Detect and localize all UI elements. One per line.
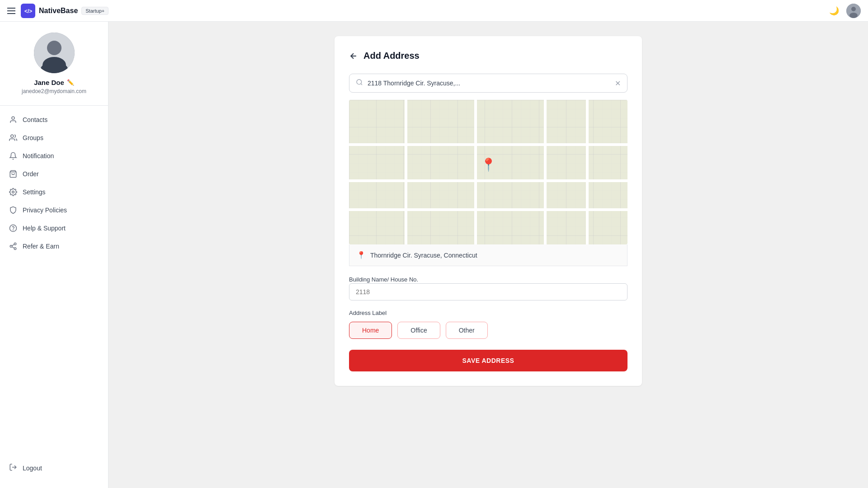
label-other-button[interactable]: Other xyxy=(446,322,488,339)
label-home-button[interactable]: Home xyxy=(349,322,392,339)
notification-label: Notification xyxy=(23,152,54,160)
svg-line-22 xyxy=(361,84,362,85)
gear-icon xyxy=(9,188,17,196)
sidebar-item-order[interactable]: Order xyxy=(4,165,104,183)
logout-label: Logout xyxy=(23,465,42,472)
search-icon xyxy=(356,79,363,88)
hamburger-button[interactable] xyxy=(7,8,15,14)
settings-label: Settings xyxy=(23,188,46,196)
main-content: Add Address ✕ xyxy=(108,22,868,488)
svg-point-8 xyxy=(12,117,14,119)
groups-label: Groups xyxy=(23,134,43,141)
address-label-title: Address Label xyxy=(349,310,627,316)
logout-button[interactable]: Logout xyxy=(4,459,104,477)
privacy-label: Privacy Policies xyxy=(23,206,67,214)
sidebar: Jane Doe ✏️ janedoe2@mydomain.com Contac… xyxy=(0,22,108,488)
person-icon xyxy=(9,116,17,124)
svg-point-14 xyxy=(14,243,16,245)
share-icon xyxy=(9,242,17,250)
help-icon xyxy=(9,224,17,232)
bell-icon xyxy=(9,152,17,160)
help-label: Help & Support xyxy=(23,225,66,232)
bag-icon xyxy=(9,170,17,178)
location-pin-icon: 📍 xyxy=(357,251,366,259)
address-label-buttons: Home Office Other xyxy=(349,322,627,339)
sidebar-item-notification[interactable]: Notification xyxy=(4,147,104,164)
location-text: Thornridge Cir. Syracuse, Connecticut xyxy=(370,252,477,259)
svg-line-18 xyxy=(12,244,14,246)
search-bar: ✕ xyxy=(349,74,627,93)
sidebar-footer: Logout xyxy=(0,459,108,477)
user-avatar[interactable] xyxy=(846,4,861,18)
map-marker: 📍 xyxy=(481,157,496,172)
svg-point-16 xyxy=(14,248,16,250)
building-label: Building Name/ House No. xyxy=(349,276,418,283)
svg-line-17 xyxy=(12,247,14,248)
brand-name: NativeBase xyxy=(39,7,78,15)
location-result[interactable]: 📍 Thornridge Cir. Syracuse, Connecticut xyxy=(349,244,627,266)
brand: </> NativeBase Startup+ xyxy=(21,4,108,18)
sidebar-item-help[interactable]: Help & Support xyxy=(4,220,104,237)
top-nav-left: </> NativeBase Startup+ xyxy=(7,4,108,18)
profile-avatar xyxy=(34,33,75,73)
svg-point-11 xyxy=(12,191,14,193)
svg-point-15 xyxy=(10,245,12,248)
dark-mode-icon[interactable]: 🌙 xyxy=(829,6,839,16)
sidebar-item-contacts[interactable]: Contacts xyxy=(4,111,104,128)
logout-icon xyxy=(9,463,17,473)
group-icon xyxy=(9,134,17,142)
refer-label: Refer & Earn xyxy=(23,243,59,250)
contacts-label: Contacts xyxy=(23,116,47,123)
svg-point-9 xyxy=(11,135,14,137)
save-address-button[interactable]: SAVE ADDRESS xyxy=(349,350,627,371)
clear-search-icon[interactable]: ✕ xyxy=(615,79,621,88)
edit-profile-icon[interactable]: ✏️ xyxy=(67,79,74,86)
page-title: Add Address xyxy=(363,51,420,61)
label-office-button[interactable]: Office xyxy=(397,322,440,339)
sidebar-item-settings[interactable]: Settings xyxy=(4,183,104,201)
svg-point-2 xyxy=(851,7,856,11)
sidebar-item-refer[interactable]: Refer & Earn xyxy=(4,238,104,255)
add-address-card: Add Address ✕ xyxy=(335,36,642,386)
page-header: Add Address xyxy=(349,51,627,61)
search-input[interactable] xyxy=(368,80,615,87)
sidebar-item-privacy[interactable]: Privacy Policies xyxy=(4,202,104,219)
layout: Jane Doe ✏️ janedoe2@mydomain.com Contac… xyxy=(0,22,868,488)
nav-items: Contacts Groups Notification Order xyxy=(0,111,108,459)
profile-email: janedoe2@mydomain.com xyxy=(22,88,86,94)
shield-icon xyxy=(9,206,17,214)
svg-text:</>: </> xyxy=(24,8,32,14)
profile-section: Jane Doe ✏️ janedoe2@mydomain.com xyxy=(0,33,108,106)
svg-point-21 xyxy=(357,80,362,84)
back-button[interactable] xyxy=(349,52,358,61)
top-nav-right: 🌙 xyxy=(829,4,861,18)
brand-logo: </> xyxy=(21,4,35,18)
top-nav: </> NativeBase Startup+ 🌙 xyxy=(0,0,868,22)
brand-badge: Startup+ xyxy=(81,7,108,15)
building-input[interactable] xyxy=(349,283,627,300)
profile-name: Jane Doe ✏️ xyxy=(34,79,74,86)
sidebar-item-groups[interactable]: Groups xyxy=(4,129,104,146)
map-area: 📍 xyxy=(349,100,627,244)
svg-point-5 xyxy=(47,41,61,55)
svg-point-3 xyxy=(849,13,858,18)
order-label: Order xyxy=(23,170,39,178)
